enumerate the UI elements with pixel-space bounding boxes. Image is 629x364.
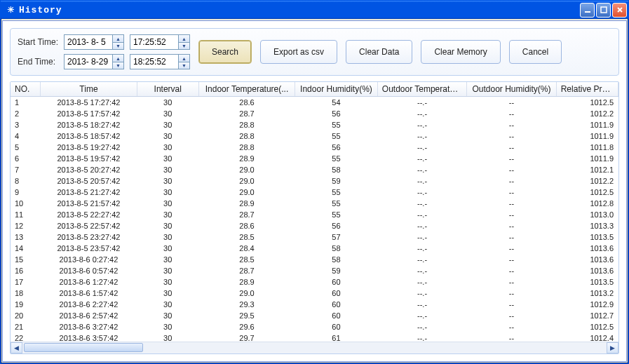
table-row[interactable]: 22013-8-5 17:57:423028.756--.---1012.2 (11, 108, 618, 119)
table-row[interactable]: 152013-8-6 0:27:423028.558--.---1013.6 (11, 254, 618, 265)
cell-no: 5 (11, 142, 41, 153)
table-row[interactable]: 12013-8-5 17:27:423028.654--.---1012.5 (11, 97, 618, 108)
start-date-input[interactable] (65, 35, 112, 49)
cell-interval: 30 (137, 265, 199, 276)
grid-body[interactable]: 12013-8-5 17:27:423028.654--.---1012.522… (11, 97, 618, 342)
table-row[interactable]: 202013-8-6 2:57:423029.560--.---1012.7 (11, 310, 618, 321)
table-row[interactable]: 42013-8-5 18:57:423028.855--.---1011.9 (11, 130, 618, 142)
cell-outhum: -- (467, 265, 556, 276)
spin-down-icon[interactable]: ▼ (178, 62, 189, 69)
column-header-time[interactable]: Time (41, 82, 137, 96)
cell-inhum: 59 (295, 175, 378, 187)
cell-press: 1013.2 (557, 288, 618, 299)
cancel-button[interactable]: Cancel (509, 40, 562, 64)
table-row[interactable]: 162013-8-6 0:57:423028.759--.---1013.6 (11, 265, 618, 276)
horizontal-scrollbar[interactable]: ◀ ▶ (11, 342, 618, 353)
export-csv-button[interactable]: Export as csv (260, 40, 337, 64)
cell-time: 2013-8-5 20:27:42 (41, 164, 137, 175)
close-button[interactable] (612, 3, 627, 18)
table-row[interactable]: 222013-8-6 3:57:423029.761--.---1012.4 (11, 332, 618, 342)
spin-up-icon[interactable]: ▲ (112, 35, 123, 42)
table-row[interactable]: 102013-8-5 21:57:423028.955--.---1012.8 (11, 198, 618, 209)
table-row[interactable]: 32013-8-5 18:27:423028.855--.---1011.9 (11, 119, 618, 130)
cell-outtemp: --.- (378, 299, 467, 310)
spin-down-icon[interactable]: ▼ (112, 42, 123, 49)
cell-intemp: 28.9 (199, 153, 295, 164)
spin-down-icon[interactable]: ▼ (112, 62, 123, 69)
search-button[interactable]: Search (198, 40, 252, 64)
end-time-label: End Time: (18, 57, 58, 67)
column-header-outdoor-humidity[interactable]: Outdoor Humidity(%) (467, 82, 556, 96)
column-header-outdoor-temp[interactable]: Outdoor Temperatur... (378, 82, 467, 96)
cell-inhum: 60 (295, 288, 378, 299)
start-date-spinner[interactable]: ▲▼ (64, 34, 124, 50)
cell-interval: 30 (137, 175, 199, 187)
spin-up-icon[interactable]: ▲ (112, 55, 123, 62)
spin-down-icon[interactable]: ▼ (178, 42, 189, 49)
scroll-thumb[interactable] (24, 343, 143, 352)
table-row[interactable]: 172013-8-6 1:27:423028.960--.---1013.5 (11, 276, 618, 288)
cell-interval: 30 (137, 288, 199, 299)
table-row[interactable]: 72013-8-5 20:27:423029.058--.---1012.1 (11, 164, 618, 175)
titlebar[interactable]: ☀ History (1, 1, 628, 19)
clear-memory-button[interactable]: Clear Memory (421, 40, 500, 64)
table-row[interactable]: 122013-8-5 22:57:423028.656--.---1013.3 (11, 220, 618, 231)
cell-intemp: 29.0 (199, 164, 295, 175)
column-header-no[interactable]: NO. (11, 82, 41, 96)
cell-press: 1012.5 (557, 97, 618, 108)
cell-intemp: 29.5 (199, 310, 295, 321)
cell-intemp: 29.0 (199, 187, 295, 198)
column-header-pressure[interactable]: Relative Pressu (557, 82, 618, 96)
cell-outtemp: --.- (378, 332, 467, 342)
table-row[interactable]: 192013-8-6 2:27:423029.360--.---1012.9 (11, 299, 618, 310)
cell-time: 2013-8-6 2:57:42 (41, 310, 137, 321)
cell-outhum: -- (467, 209, 556, 220)
app-icon: ☀ (5, 4, 16, 15)
table-row[interactable]: 82013-8-5 20:57:423029.059--.---1012.2 (11, 175, 618, 187)
cell-press: 1013.0 (557, 209, 618, 220)
scroll-left-icon[interactable]: ◀ (11, 342, 22, 353)
scroll-track[interactable] (22, 342, 607, 353)
start-time-label: Start Time: (18, 37, 58, 47)
table-row[interactable]: 132013-8-5 23:27:423028.557--.---1013.5 (11, 231, 618, 243)
cell-no: 7 (11, 164, 41, 175)
cell-time: 2013-8-5 19:27:42 (41, 142, 137, 153)
cell-outhum: -- (467, 220, 556, 231)
scroll-right-icon[interactable]: ▶ (607, 342, 618, 353)
cell-time: 2013-8-6 0:27:42 (41, 254, 137, 265)
table-row[interactable]: 112013-8-5 22:27:423028.755--.---1013.0 (11, 209, 618, 220)
clear-data-button[interactable]: Clear Data (346, 40, 412, 64)
cell-intemp: 28.8 (199, 142, 295, 153)
cell-time: 2013-8-5 21:57:42 (41, 198, 137, 209)
cell-inhum: 60 (295, 310, 378, 321)
spin-up-icon[interactable]: ▲ (178, 55, 189, 62)
maximize-button[interactable] (596, 3, 611, 18)
cell-outhum: -- (467, 321, 556, 332)
cell-interval: 30 (137, 243, 199, 254)
table-row[interactable]: 92013-8-5 21:27:423029.055--.---1012.5 (11, 187, 618, 198)
table-row[interactable]: 62013-8-5 19:57:423028.955--.---1011.9 (11, 153, 618, 164)
table-row[interactable]: 52013-8-5 19:27:423028.856--.---1011.8 (11, 142, 618, 153)
column-header-interval[interactable]: Interval (137, 82, 199, 96)
column-header-indoor-temp[interactable]: Indoor Temperature(... (199, 82, 295, 96)
end-date-input[interactable] (65, 55, 112, 69)
cell-outhum: -- (467, 299, 556, 310)
cell-time: 2013-8-6 1:57:42 (41, 288, 137, 299)
start-time-input[interactable] (130, 35, 178, 49)
start-time-spinner[interactable]: ▲▼ (130, 34, 190, 50)
cell-outhum: -- (467, 310, 556, 321)
minimize-button[interactable] (580, 3, 595, 18)
table-row[interactable]: 212013-8-6 3:27:423029.660--.---1012.5 (11, 321, 618, 332)
end-date-spinner[interactable]: ▲▼ (64, 54, 124, 69)
cell-outhum: -- (467, 187, 556, 198)
cell-press: 1013.3 (557, 220, 618, 231)
cell-press: 1013.5 (557, 276, 618, 288)
table-row[interactable]: 182013-8-6 1:57:423029.060--.---1013.2 (11, 288, 618, 299)
table-row[interactable]: 142013-8-5 23:57:423028.458--.---1013.6 (11, 243, 618, 254)
end-time-input[interactable] (130, 55, 178, 69)
end-time-spinner[interactable]: ▲▼ (130, 54, 190, 69)
spin-up-icon[interactable]: ▲ (178, 35, 189, 42)
cell-press: 1012.5 (557, 187, 618, 198)
window-controls (580, 3, 627, 18)
column-header-indoor-humidity[interactable]: Indoor Humidity(%) (295, 82, 378, 96)
